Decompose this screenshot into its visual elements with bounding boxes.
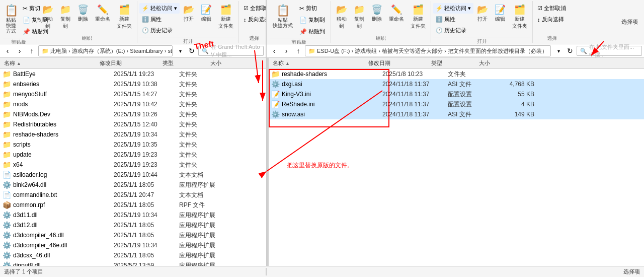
- table-row[interactable]: 📁 Redistributables 2025/1/15 12:40 文件夹: [0, 119, 266, 129]
- forward-button[interactable]: ›: [14, 45, 25, 56]
- table-row[interactable]: 📝 ReShade.ini 2024/11/18 11:37 配置设置 4 KB: [269, 99, 644, 109]
- col-size-r[interactable]: 大小: [477, 59, 512, 67]
- table-row[interactable]: 📁 reshade-shaders 2025/1/19 10:34 文件夹: [0, 129, 266, 140]
- delete-button-r[interactable]: 🗑️ 删除: [368, 2, 385, 33]
- address-dropdown-button-r[interactable]: ▾: [553, 45, 564, 56]
- up-button[interactable]: ↑: [26, 45, 37, 56]
- paste-button[interactable]: 📋 粘贴快捷方式: [3, 2, 19, 36]
- file-date: 2025/1/8 10:23: [382, 71, 448, 78]
- table-row[interactable]: ⚙️ d3dcompiler_46.dll 2025/1/1 18:05 应用程…: [0, 230, 266, 240]
- file-date: 2025/1/19 10:42: [114, 101, 179, 108]
- select-all-button-r[interactable]: ☑全部取消: [535, 3, 569, 14]
- file-type: 文件夹: [179, 80, 229, 89]
- copy-to-button2-r[interactable]: 📁 复制到: [351, 2, 368, 33]
- paste-to-button-r[interactable]: 📌粘贴到: [297, 26, 328, 37]
- move-to-button-r[interactable]: 📂 移动到: [333, 2, 350, 33]
- new-folder-button[interactable]: 🗂️ 新建文件夹: [114, 2, 135, 33]
- table-row[interactable]: 📁 menyooStuff 2025/1/15 14:27 文件夹: [0, 89, 266, 99]
- table-row[interactable]: ⚙️ bink2w64.dll 2025/1/1 18:05 应用程序扩展: [0, 180, 266, 190]
- refresh-button-r[interactable]: ↻: [565, 45, 576, 56]
- file-date: 2025/1/1 18:05: [114, 201, 179, 209]
- file-icon: 📁: [2, 110, 11, 119]
- file-icon: ⚙️: [271, 80, 280, 89]
- table-row[interactable]: ⚙️ d3dcsx_46.dll 2025/1/1 18:05 应用程序扩展: [0, 250, 266, 260]
- left-file-pane: 名称 ▲ 修改日期 类型 大小 📁 BattlEye 2025/1/1 19:2…: [0, 58, 267, 266]
- back-button[interactable]: ‹: [2, 45, 13, 56]
- properties-button-r[interactable]: ℹ️ 属性: [433, 14, 473, 25]
- file-type: ASI 文件: [448, 80, 498, 89]
- cut-button-r[interactable]: ✂剪切: [297, 3, 328, 14]
- edit-button[interactable]: 📝 编辑: [198, 2, 215, 25]
- table-row[interactable]: ⚙️ d3d12.dll 2025/1/1 18:05 应用程序扩展: [0, 220, 266, 230]
- table-row[interactable]: 📁 update 2025/1/19 19:23 文件夹: [0, 150, 266, 160]
- table-row[interactable]: 📁 BattlEye 2025/1/1 19:23 文件夹: [0, 69, 266, 79]
- back-button-r[interactable]: ‹: [269, 45, 280, 56]
- table-row[interactable]: ⚙️ snow.asi 2024/11/18 11:37 ASI 文件 149 …: [269, 109, 644, 119]
- address-dropdown-button[interactable]: ▾: [175, 45, 186, 56]
- table-row[interactable]: ⚙️ d3dcompiler_46e.dll 2025/1/19 10:34 应…: [0, 240, 266, 250]
- table-row[interactable]: 📁 NIBMods.Dev 2025/1/19 10:26 文件夹: [0, 109, 266, 119]
- file-date: 2025/1/19 19:23: [114, 161, 179, 168]
- forward-button-r[interactable]: ›: [281, 45, 292, 56]
- table-row[interactable]: 📁 x64 2025/1/19 19:23 文件夹: [0, 160, 266, 170]
- col-date[interactable]: 修改日期: [98, 59, 160, 67]
- quick-access-button[interactable]: ⚡ 轻松访问 ▾: [139, 3, 180, 14]
- col-size[interactable]: 大小: [208, 59, 238, 67]
- table-row[interactable]: 📝 King-V3.ini 2024/11/18 11:37 配置设置 55 K…: [269, 89, 644, 99]
- invert-select-button[interactable]: ↕反向选择: [241, 14, 267, 25]
- invert-select-button-r[interactable]: ↕反向选择: [535, 14, 569, 25]
- file-name: ReShade.ini: [282, 101, 382, 108]
- table-row[interactable]: 📁 enbseries 2025/1/19 10:38 文件夹: [0, 79, 266, 89]
- table-row[interactable]: 📁 mods 2025/1/19 10:42 文件夹: [0, 99, 266, 109]
- copy-to-button2[interactable]: 📁 复制到: [57, 2, 74, 33]
- table-row[interactable]: 📄 commandline.txt 2025/1/1 20:47 文本文档: [0, 190, 266, 200]
- table-row[interactable]: 📁 reshade-shaders 2025/1/8 10:23 文件夹: [269, 69, 644, 79]
- table-row[interactable]: 📁 scripts 2025/1/19 10:35 文件夹: [0, 140, 266, 150]
- col-name[interactable]: 名称 ▲: [2, 59, 98, 67]
- file-icon: 📁: [271, 70, 280, 79]
- rename-button[interactable]: ✏️ 重命名: [92, 2, 113, 33]
- delete-button[interactable]: 🗑️ 删除: [74, 2, 92, 33]
- table-row[interactable]: 📄 asiloader.log 2025/1/19 10:44 文本文档: [0, 170, 266, 180]
- right-address-path[interactable]: 📁 ESD-U盘 (F:) › 游戏模组 › 植被与天空等适合大部分 › 把文件…: [305, 45, 551, 56]
- left-address-path[interactable]: 📁 此电脑 › 游戏内存（系统）(E:) › SteamLibrary › st…: [38, 45, 173, 56]
- file-name: scripts: [13, 141, 114, 148]
- open-button-r[interactable]: 📂 打开: [474, 2, 491, 25]
- table-row[interactable]: ⚙️ d3d11.dll 2025/1/19 10:34 应用程序扩展: [0, 210, 266, 220]
- open-button[interactable]: 📂 打开: [180, 2, 197, 25]
- history-button[interactable]: 🕐 历史记录: [139, 25, 180, 36]
- table-row[interactable]: 📦 common.rpf 2025/1/1 18:05 RPF 文件: [0, 200, 266, 210]
- file-date: 2025/1/1 20:47: [114, 191, 179, 198]
- file-name: BattlEye: [13, 71, 114, 78]
- rename-button-r[interactable]: ✏️ 重命名: [386, 2, 407, 33]
- file-name: commandline.txt: [13, 191, 114, 198]
- refresh-button[interactable]: ↻: [186, 45, 197, 56]
- new-folder-button-r[interactable]: 🗂️ 新建文件夹: [408, 2, 429, 33]
- col-name-r[interactable]: 名称 ▲: [271, 59, 366, 67]
- file-date: 2025/1/19 10:34: [114, 212, 179, 219]
- edit-button-r[interactable]: 📝 编辑: [492, 2, 509, 25]
- properties-button[interactable]: ℹ️ 属性: [139, 14, 180, 25]
- quick-access-button-r[interactable]: ⚡ 轻松访问 ▾: [433, 3, 473, 14]
- new-folder-button2[interactable]: 🗂️ 新建文件夹: [215, 2, 236, 32]
- file-type: 应用程序扩展: [179, 231, 229, 240]
- right-status-label: 选择项: [621, 18, 642, 26]
- paste-button-r[interactable]: 📋 粘贴快捷方式: [270, 2, 296, 30]
- table-row[interactable]: ⚙️ dinput8.dll 2025/5/2 13:59 应用程序扩展: [0, 260, 266, 266]
- left-file-list[interactable]: 📁 BattlEye 2025/1/1 19:23 文件夹 📁 enbserie…: [0, 69, 266, 266]
- col-date-r[interactable]: 修改日期: [366, 59, 429, 67]
- copy-to-button-r[interactable]: 📄复制到: [297, 15, 328, 25]
- col-type[interactable]: 类型: [160, 59, 208, 67]
- up-button-r[interactable]: ↑: [293, 45, 304, 56]
- left-search-box[interactable]: 🔍 在 Grand Theft Auto V 中搜...: [198, 46, 264, 56]
- file-name: dinput8.dll: [13, 262, 114, 266]
- move-to-button[interactable]: 📂 移动到: [39, 2, 56, 33]
- right-search-box[interactable]: 🔍 在 把文件夹里面... 中搜...: [577, 46, 642, 56]
- history-button-r[interactable]: 🕐 历史记录: [433, 25, 473, 36]
- right-file-list[interactable]: 📁 reshade-shaders 2025/1/8 10:23 文件夹 ⚙️ …: [269, 69, 644, 266]
- left-col-header: 名称 ▲ 修改日期 类型 大小: [0, 58, 266, 69]
- select-all-button[interactable]: ☑全部取消: [241, 3, 267, 14]
- col-type-r[interactable]: 类型: [429, 59, 477, 67]
- table-row[interactable]: ⚙️ dxgi.asi 2024/11/18 11:37 ASI 文件 4,76…: [269, 79, 644, 89]
- new-folder-button2-r[interactable]: 🗂️ 新建文件夹: [509, 2, 530, 32]
